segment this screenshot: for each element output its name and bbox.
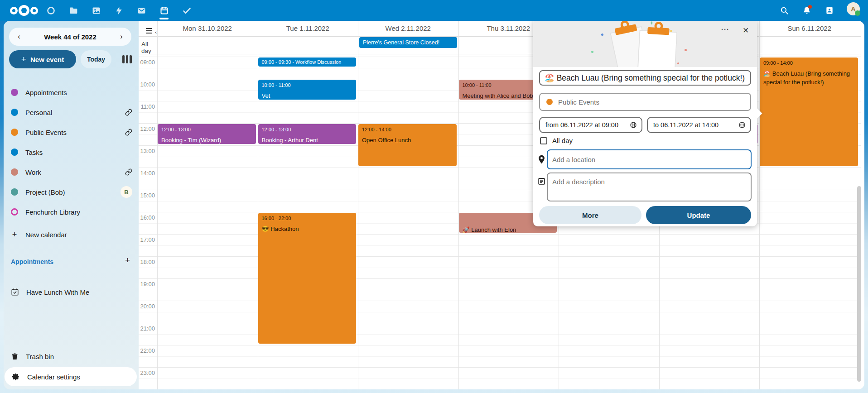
sidebar-calendar-project-bob-[interactable]: Project (Bob)B: [4, 183, 139, 201]
event-title: 😎 Hackathon: [258, 221, 357, 233]
files-icon[interactable]: [68, 5, 79, 16]
trash-icon: [11, 353, 19, 360]
calendar-label: New calendar: [25, 231, 67, 239]
calendar-check-icon: [11, 288, 19, 296]
new-calendar-button[interactable]: +New calendar: [4, 226, 139, 243]
time-label: 22:00: [140, 347, 155, 354]
sidebar-calendar-work[interactable]: Work: [4, 163, 139, 181]
start-datetime-field[interactable]: from 06.11.2022 at 09:00: [539, 117, 642, 133]
half-hour-line: [139, 334, 861, 335]
plus-icon: +: [11, 230, 18, 240]
online-status-dot: [855, 10, 860, 16]
location-input[interactable]: [547, 149, 752, 169]
tasks-icon[interactable]: [181, 5, 192, 16]
circle-app-icon[interactable]: [45, 5, 56, 16]
calendar-select[interactable]: Public Events: [539, 93, 751, 111]
end-datetime-field[interactable]: to 06.11.2022 at 14:00: [647, 117, 751, 133]
update-button[interactable]: Update: [646, 206, 751, 224]
calendar-settings[interactable]: Calendar settings: [5, 367, 137, 386]
calendar-event[interactable]: 12:00 - 14:00Open Office Lunch: [358, 124, 457, 166]
hour-line: [139, 301, 861, 301]
half-hour-line: [139, 290, 861, 290]
appointments-section-heading: Appointments: [11, 258, 53, 265]
activity-icon[interactable]: [113, 5, 124, 16]
time-label: 13:00: [140, 148, 155, 154]
time-label: 15:00: [140, 192, 155, 199]
nextcloud-logo[interactable]: [10, 4, 38, 17]
week-view-columns-icon[interactable]: [122, 55, 133, 63]
notifications-bell-icon[interactable]: [801, 5, 813, 16]
calendar-event[interactable]: 10:00 - 11:00Vet: [258, 80, 357, 100]
half-hour-line: [139, 245, 861, 246]
sidebar-calendar-fenchurch-library[interactable]: Fenchurch Library: [4, 203, 139, 220]
calendar-event[interactable]: 12:00 - 13:00Booking - Tim (Wizard): [158, 124, 256, 144]
new-event-button[interactable]: + New event: [9, 50, 76, 68]
description-input[interactable]: [547, 173, 752, 201]
location-pin-icon: [538, 155, 545, 164]
sidebar-calendar-personal[interactable]: Personal: [4, 104, 139, 121]
shared-link-icon[interactable]: [125, 129, 132, 136]
description-icon: [538, 177, 545, 185]
add-appointment-config-button[interactable]: +: [125, 255, 130, 265]
previous-week-button[interactable]: ‹: [13, 30, 25, 43]
event-time: 09:00 - 14:00: [760, 58, 858, 66]
gear-icon: [12, 373, 20, 381]
timezone-globe-icon[interactable]: [738, 121, 746, 129]
photos-icon[interactable]: [91, 5, 101, 16]
checkbox-box[interactable]: [540, 137, 547, 144]
time-label: 09:00: [140, 59, 155, 66]
popup-actions-menu-icon[interactable]: ···: [718, 25, 733, 37]
calendar-label: Tasks: [25, 149, 43, 156]
calendar-icon[interactable]: [159, 5, 169, 16]
timezone-globe-icon[interactable]: [630, 121, 637, 129]
event-title: Booking - Arthur Dent: [258, 132, 357, 144]
shared-link-icon[interactable]: [125, 109, 132, 116]
event-time: 12:00 - 13:00: [258, 124, 357, 132]
hour-line: [139, 256, 861, 257]
hour-line: [139, 345, 861, 345]
calendar-color-dot: [11, 168, 18, 176]
collapse-all-day-icon[interactable]: ‹: [146, 28, 155, 34]
calendar-event[interactable]: 12:00 - 13:00Booking - Arthur Dent: [258, 124, 357, 144]
column-divider: [358, 21, 358, 389]
day-header: Sun 6.11.2022: [759, 24, 860, 34]
contacts-menu-icon[interactable]: [824, 5, 835, 16]
day-header: Mon 31.10.2022: [157, 24, 258, 34]
sidebar-calendar-tasks[interactable]: Tasks: [4, 144, 139, 161]
today-button[interactable]: Today: [81, 50, 111, 68]
all-day-checkbox[interactable]: All day: [540, 137, 573, 144]
event-title-input[interactable]: 🏖️ Beach Luau (Bring something special f…: [539, 70, 751, 86]
half-hour-line: [139, 379, 861, 379]
calendar-event[interactable]: 09:00 - 14:00🏖️ Beach Luau (Bring someth…: [760, 58, 858, 166]
week-navigation: ‹ Week 44 of 2022 ›: [9, 28, 131, 46]
sidebar-calendar-public-events[interactable]: Public Events: [4, 124, 139, 141]
calendar-label: Fenchurch Library: [25, 208, 80, 216]
sidebar-calendar-appointments[interactable]: Appointments: [4, 84, 139, 101]
half-hour-line: [139, 312, 861, 312]
time-label: 11:00: [140, 103, 155, 110]
time-label: 21:00: [140, 325, 155, 332]
event-time: 12:00 - 14:00: [358, 124, 457, 132]
event-title: Open Office Lunch: [358, 132, 457, 144]
unread-dot: [808, 5, 812, 9]
calendar-event[interactable]: 09:00 - 09:30 - Workflow Discussion: [258, 58, 357, 67]
close-icon[interactable]: ✕: [740, 24, 752, 36]
shared-link-icon[interactable]: [125, 168, 132, 176]
time-label: 18:00: [140, 259, 155, 265]
event-title: Booking - Tim (Wizard): [158, 132, 256, 144]
time-label: 10:00: [140, 81, 155, 88]
trash-bin[interactable]: Trash bin: [4, 348, 139, 365]
appointment-item[interactable]: Have Lunch With Me: [4, 283, 139, 301]
plus-icon: +: [21, 54, 26, 64]
next-week-button[interactable]: ›: [115, 30, 128, 43]
calendar-event[interactable]: 16:00 - 22:00😎 Hackathon: [258, 213, 357, 344]
event-time: 12:00 - 13:00: [158, 124, 256, 132]
search-icon[interactable]: [778, 5, 790, 16]
more-button[interactable]: More: [539, 206, 641, 224]
vertical-scrollbar[interactable]: [857, 186, 861, 382]
calendar-event[interactable]: Pierre's General Store Closed!: [359, 37, 457, 48]
calendar-color-dot: [11, 89, 18, 96]
day-header: Tue 1.11.2022: [258, 24, 358, 34]
mail-icon[interactable]: [136, 5, 147, 16]
day-header: Wed 2.11.2022: [358, 24, 458, 34]
